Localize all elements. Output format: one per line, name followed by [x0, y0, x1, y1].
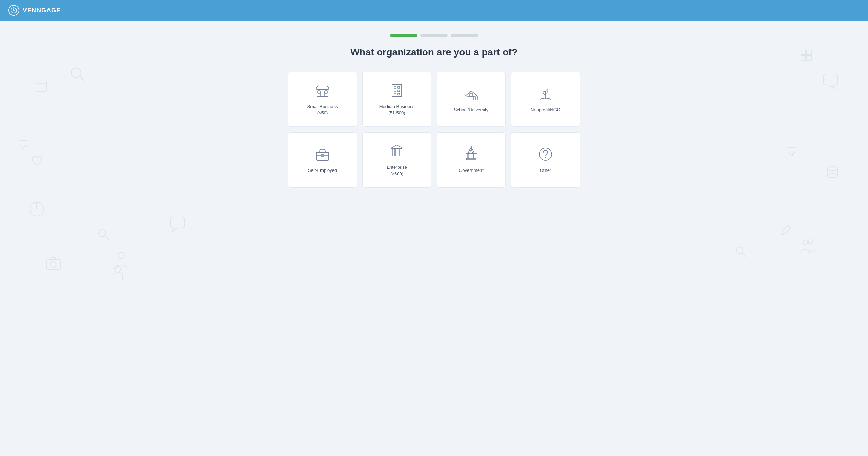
svg-rect-52: [466, 158, 476, 160]
svg-line-21: [781, 233, 783, 235]
svg-line-29: [742, 253, 746, 257]
svg-point-22: [803, 240, 808, 245]
progress-bar: [390, 34, 478, 37]
government-icon: [463, 146, 479, 163]
question-icon: [537, 146, 554, 163]
logo: VENNGAGE: [8, 5, 61, 16]
svg-rect-37: [398, 86, 400, 88]
option-government[interactable]: Government: [437, 132, 506, 187]
svg-point-25: [51, 262, 56, 267]
svg-point-3: [71, 68, 81, 77]
svg-line-2: [14, 10, 15, 11]
enterprise-icon: [389, 143, 405, 159]
svg-point-28: [736, 247, 743, 254]
progress-segment-3: [451, 34, 478, 37]
progress-segment-1: [390, 34, 417, 37]
option-other[interactable]: Other: [511, 132, 580, 187]
option-school-university[interactable]: School/University: [437, 72, 506, 127]
app-header: VENNGAGE: [0, 0, 868, 21]
svg-rect-43: [470, 94, 473, 96]
option-self-employed-label: Self-Employed: [308, 167, 337, 174]
svg-rect-49: [393, 148, 394, 156]
option-medium-business-label: Medium Business(51-500): [379, 104, 415, 116]
svg-point-7: [30, 202, 44, 216]
svg-rect-36: [394, 86, 396, 88]
svg-line-4: [80, 76, 84, 80]
svg-rect-40: [394, 93, 396, 95]
progress-segment-2: [420, 34, 448, 37]
svg-point-11: [118, 252, 124, 259]
svg-point-23: [808, 240, 813, 244]
svg-point-17: [827, 167, 838, 171]
svg-rect-38: [394, 90, 396, 92]
option-nonprofit[interactable]: Nonprofit/NGO: [511, 72, 580, 127]
nonprofit-icon: [537, 85, 554, 102]
svg-rect-10: [170, 217, 185, 228]
svg-point-20: [827, 174, 838, 178]
option-small-business[interactable]: Small Business(<50): [288, 72, 357, 127]
option-self-employed[interactable]: Self-Employed: [288, 132, 357, 187]
option-enterprise[interactable]: Enterprise(>500): [362, 132, 431, 187]
svg-point-26: [115, 266, 121, 272]
logo-text: VENNGAGE: [23, 7, 61, 14]
svg-rect-44: [316, 152, 329, 160]
svg-rect-57: [474, 154, 475, 158]
option-school-label: School/University: [454, 107, 488, 113]
svg-rect-31: [320, 92, 325, 97]
svg-rect-14: [801, 55, 806, 60]
option-nonprofit-label: Nonprofit/NGO: [531, 107, 560, 113]
svg-rect-16: [823, 74, 838, 85]
svg-point-55: [471, 147, 472, 148]
svg-rect-39: [398, 90, 400, 92]
option-small-business-label: Small Business(<50): [307, 104, 338, 116]
svg-rect-5: [36, 81, 46, 91]
svg-line-9: [105, 236, 108, 239]
svg-point-8: [99, 230, 106, 237]
svg-rect-50: [396, 148, 398, 156]
page-title: What organization are you a part of?: [350, 47, 517, 58]
svg-rect-13: [806, 50, 811, 55]
option-medium-business[interactable]: Medium Business(51-500): [362, 72, 431, 127]
option-enterprise-label: Enterprise(>500): [387, 164, 407, 177]
svg-point-59: [545, 157, 546, 158]
svg-rect-56: [467, 154, 469, 158]
logo-icon: [8, 5, 19, 16]
store-icon: [314, 82, 331, 99]
option-other-label: Other: [540, 167, 551, 174]
svg-rect-35: [392, 84, 402, 97]
briefcase-icon: [314, 146, 331, 163]
svg-rect-24: [46, 260, 60, 269]
svg-rect-33: [325, 91, 327, 93]
option-government-label: Government: [459, 167, 484, 174]
svg-rect-41: [398, 93, 400, 95]
svg-rect-51: [399, 148, 401, 156]
organization-options-grid: Small Business(<50) Medium Business(51-5…: [288, 72, 580, 188]
svg-rect-42: [467, 96, 475, 100]
svg-rect-12: [801, 50, 806, 55]
main-content: What organization are you a part of? Sma…: [0, 21, 868, 456]
school-icon: [463, 85, 479, 102]
svg-rect-15: [806, 55, 811, 60]
building-icon: [389, 82, 405, 99]
svg-rect-32: [318, 91, 320, 93]
